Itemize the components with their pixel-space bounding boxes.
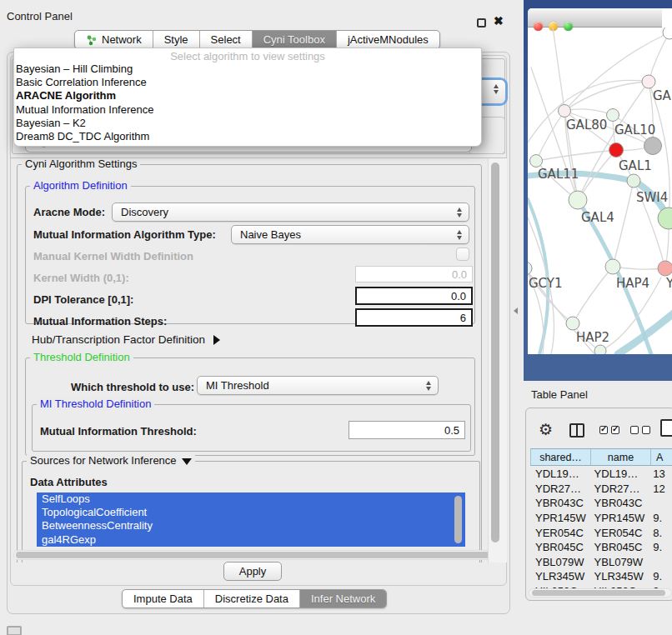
network-edge[interactable]: [536, 150, 616, 161]
table-hscrollbar-thumb[interactable]: [532, 590, 665, 596]
aracne-mode-value: Discovery: [121, 206, 168, 218]
columns-icon[interactable]: [569, 423, 584, 438]
table-row[interactable]: YDR27…YDR27…12: [530, 482, 672, 497]
tab-network[interactable]: Network: [75, 31, 153, 48]
algorithm-options-list: Bayesian – Hill ClimbingBasic Correlatio…: [14, 62, 481, 143]
network-node-GAL[interactable]: [642, 75, 655, 88]
table-row[interactable]: YDL19…YDL19…13: [530, 467, 672, 482]
chevron-right-icon[interactable]: [213, 335, 220, 345]
checked-checkbox-icon[interactable]: [611, 426, 619, 434]
algorithm-option[interactable]: Mutual Information Inference: [14, 103, 481, 117]
kernel-width-field[interactable]: 0.0: [355, 266, 473, 282]
mi-algorithm-type-select[interactable]: Naive Bayes: [231, 225, 469, 244]
column-header[interactable]: name: [591, 449, 651, 465]
network-node-SWI4[interactable]: [627, 174, 640, 188]
apply-button[interactable]: Apply: [223, 562, 282, 581]
mi-steps-field[interactable]: 6: [355, 308, 473, 327]
network-edge[interactable]: [536, 111, 564, 161]
table-row[interactable]: YBR045CYBR045C9.: [530, 540, 672, 555]
dpi-tolerance-label: DPI Tolerance [0,1]:: [33, 293, 133, 306]
table-cell: YPR145W: [530, 512, 589, 524]
table-cell: YBR043C: [530, 497, 589, 509]
hub-section-label: Hub/Transcription Factor Definition: [32, 333, 205, 346]
table-row[interactable]: YBL079WYBL079W: [530, 555, 672, 570]
tab-impute-data[interactable]: Impute Data: [123, 590, 204, 608]
table-cell: YDL19…: [589, 468, 649, 480]
column-header[interactable]: A: [651, 449, 672, 465]
network-node-GAL80[interactable]: [559, 105, 571, 118]
network-node-GAL1[interactable]: [609, 143, 624, 158]
network-node-HAP2[interactable]: [566, 317, 579, 330]
network-edge[interactable]: [564, 109, 613, 115]
data-attributes-list[interactable]: SelfLoopsTopologicalCoefficientBetweenne…: [37, 492, 465, 547]
network-node-GAL10[interactable]: [607, 109, 619, 122]
algorithm-option[interactable]: Bayesian – K2: [14, 117, 481, 130]
network-icon: [86, 34, 98, 46]
horizontal-scrollbar-thumb[interactable]: [16, 552, 498, 558]
table-row[interactable]: YBR043CYBR043C: [530, 496, 672, 511]
dpi-tolerance-field[interactable]: 0.0: [355, 287, 473, 305]
splitter-collapse-icon[interactable]: [514, 308, 518, 314]
tab-cyni-toolbox[interactable]: Cyni Toolbox: [253, 31, 337, 48]
network-window-titlebar[interactable]: [528, 8, 662, 28]
data-attribute-item[interactable]: gal4RGexp: [37, 533, 465, 547]
network-node-bottom-node[interactable]: [594, 345, 606, 354]
which-threshold-select[interactable]: MI Threshold: [197, 376, 439, 395]
unchecked-checkbox-icon[interactable]: [630, 426, 639, 434]
network-node-big-green[interactable]: [658, 208, 672, 229]
vertical-scrollbar-thumb[interactable]: [491, 162, 499, 542]
network-node-HAP4[interactable]: [605, 259, 620, 274]
network-node-gray-node[interactable]: [644, 138, 662, 155]
float-window-icon[interactable]: [477, 18, 486, 28]
collapsed-panel-icon[interactable]: [7, 626, 22, 635]
network-edge[interactable]: [564, 82, 649, 111]
hub-transcription-factor-section[interactable]: Hub/Transcription Factor Definition: [32, 333, 220, 346]
table-panel-title: Table Panel: [531, 388, 588, 401]
gear-icon[interactable]: ⚙: [539, 420, 553, 439]
page-icon[interactable]: [660, 419, 672, 437]
data-attribute-item[interactable]: TopologicalCoefficient: [37, 506, 465, 519]
settings-scroll-viewport: Cyni Algorithm Settings Algorithm Defini…: [10, 158, 507, 562]
tab-discretize-data[interactable]: Discretize Data: [204, 590, 300, 608]
data-attribute-item[interactable]: SelfLoops: [37, 492, 465, 506]
data-attribute-item[interactable]: BetweennessCentrality: [37, 519, 465, 532]
network-edge[interactable]: [573, 267, 613, 323]
column-header[interactable]: shared…: [531, 449, 591, 465]
algorithm-option[interactable]: ARACNE Algorithm: [14, 89, 481, 102]
table-body: YDL19…YDL19…13YDR27…YDR27…12YBR043CYBR04…: [530, 467, 672, 588]
network-edge[interactable]: [613, 181, 634, 267]
network-node-Y[interactable]: [658, 261, 672, 276]
network-graph[interactable]: GALGAL80GAL10GAL1GAL11SWI4GAL4GCY1HAP4YH…: [528, 28, 672, 354]
sources-group-title[interactable]: Sources for Network Inference: [27, 455, 195, 467]
table-row[interactable]: YPR145WYPR145W9.: [530, 511, 672, 526]
panel-splitter[interactable]: [510, 0, 524, 635]
close-icon[interactable]: ✖: [494, 14, 504, 28]
table-row[interactable]: YER054CYER054C8.: [530, 525, 672, 540]
algorithm-option[interactable]: Basic Correlation Inference: [14, 76, 481, 89]
node-label: HAP4: [616, 276, 649, 291]
algorithm-option[interactable]: Bayesian – Hill Climbing: [14, 62, 481, 76]
table-cell: 13: [648, 468, 672, 480]
aracne-mode-select[interactable]: Discovery: [112, 202, 469, 222]
unchecked-checkbox-icon[interactable]: [642, 426, 650, 434]
mi-threshold-field[interactable]: 0.5: [349, 421, 465, 439]
table-cell: 9.: [648, 570, 672, 582]
algorithm-placeholder: Select algorithm to view settings: [14, 50, 481, 62]
cyni-mode-tabbar: Impute DataDiscretize DataInfer Network: [122, 589, 387, 608]
tab-infer-network[interactable]: Infer Network: [300, 590, 386, 608]
network-edge[interactable]: [649, 32, 669, 82]
manual-kernel-width-checkbox[interactable]: [456, 248, 469, 261]
network-node-GAL4[interactable]: [569, 191, 587, 209]
network-node-GCY1[interactable]: [528, 262, 532, 275]
tab-jactivemnodules[interactable]: jActiveMNodules: [337, 31, 439, 48]
tab-select[interactable]: Select: [200, 31, 253, 48]
network-edge[interactable]: [618, 312, 672, 354]
network-node-top-arc[interactable]: [663, 28, 672, 39]
chevron-down-icon[interactable]: [182, 458, 192, 465]
algorithm-option[interactable]: Dream8 DC_TDC Algorithm: [14, 130, 481, 143]
table-row[interactable]: YLR345WYLR345W9.: [530, 569, 672, 584]
network-node-GAL11[interactable]: [530, 155, 543, 168]
attributes-list-scrollbar[interactable]: [454, 496, 462, 543]
tab-style[interactable]: Style: [153, 31, 200, 48]
checked-checkbox-icon[interactable]: [599, 426, 608, 434]
